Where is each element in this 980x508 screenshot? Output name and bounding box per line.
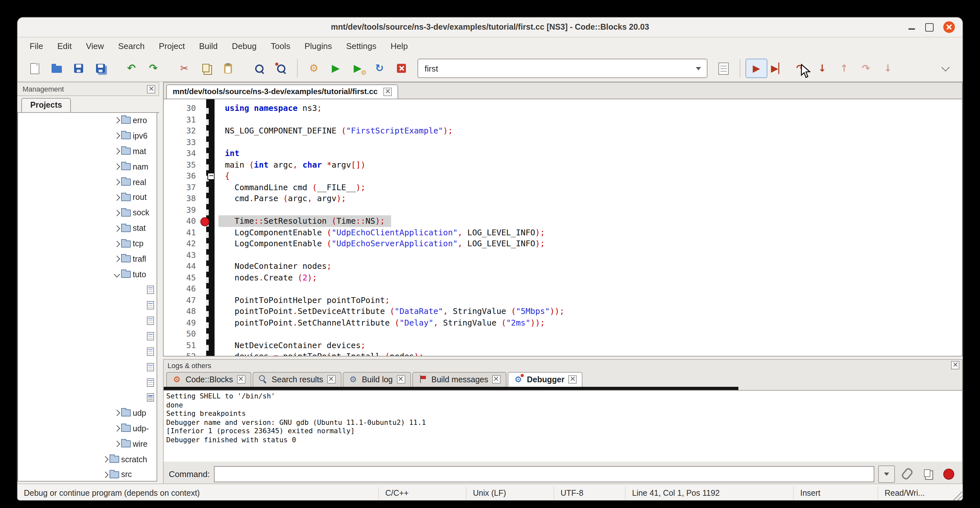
menu-item-plugins[interactable]: Plugins [298,37,339,56]
project-tree[interactable]: erroipv6matnamrealroutsockstattcptrafltu… [18,113,157,482]
code-line[interactable]: 49 pointToPoint.SetChannelAttribute ("De… [164,317,962,328]
tree-item-fif[interactable]: fif [18,282,157,298]
breakpoint-margin[interactable] [200,136,210,148]
find-button[interactable] [248,59,270,78]
management-close-icon[interactable] [147,85,155,93]
code-area[interactable]: 30using namespace ns3;3132NS_LOG_COMPONE… [164,99,962,357]
code-line[interactable]: 48 pointToPoint.SetDeviceAttribute ("Dat… [164,306,962,317]
run-button[interactable]: ▶ [325,59,347,78]
tree-item-th[interactable]: th [18,390,157,406]
code-line[interactable]: 40 Time::SetResolution (Time::NS); [164,215,962,226]
command-input[interactable] [213,466,874,482]
command-history-dropdown-button[interactable] [878,465,895,483]
stop-button[interactable] [940,466,957,482]
tab-projects[interactable]: Projects [21,98,71,112]
tab-close-icon[interactable] [237,375,245,384]
tab-close-icon[interactable] [327,375,336,384]
debug-continue-button[interactable]: ▶ [746,59,767,78]
breakpoint-margin[interactable] [200,249,210,260]
breakpoint-margin[interactable] [200,351,210,357]
copy-button[interactable] [195,59,217,78]
breakpoint-margin[interactable] [200,328,210,339]
code-line[interactable]: 32NS_LOG_COMPONENT_DEFINE ("FirstScriptE… [164,125,962,136]
breakpoint-margin[interactable] [200,283,210,294]
menu-item-search[interactable]: Search [111,37,152,56]
breakpoint-margin[interactable] [200,148,210,159]
code-line[interactable]: 46 [164,283,962,294]
logs-tab-debugger[interactable]: ⚙Debugger [508,372,583,387]
breakpoint-margin[interactable] [200,193,210,204]
rebuild-button[interactable]: ↻ [369,59,390,78]
tree-item-tuto[interactable]: tuto [18,267,157,282]
chevron-right-icon[interactable] [112,427,121,431]
build-target-button[interactable] [713,59,735,78]
tree-item-sock[interactable]: sock [18,205,157,221]
tree-item-udp[interactable]: udp [18,406,157,421]
tree-item-wire[interactable]: wire [18,436,157,452]
cut-button[interactable]: ✂ [173,59,195,78]
build-and-run-button[interactable]: ▶⚙ [347,59,369,78]
titlebar[interactable]: mnt/dev/tools/source/ns-3-dev/examples/t… [18,18,963,37]
menu-item-settings[interactable]: Settings [339,37,383,56]
menu-item-view[interactable]: View [79,37,111,56]
build-button[interactable]: ⚙ [303,59,325,78]
code-line[interactable]: 34int [164,148,962,159]
code-line[interactable]: 42 LogComponentEnable ("UdpEchoServerApp… [164,238,962,249]
tab-close-icon[interactable] [568,375,577,384]
combo-dropdown-button[interactable] [690,59,707,77]
breakpoint-margin[interactable] [200,215,210,226]
chevron-right-icon[interactable] [112,241,121,246]
menu-item-file[interactable]: File [22,37,50,56]
redo-button[interactable]: ↷ [142,59,164,78]
breakpoint-marker[interactable] [200,217,209,226]
menu-item-build[interactable]: Build [192,37,225,56]
breakpoint-margin[interactable] [200,260,210,272]
tree-item-real[interactable]: real [18,174,157,190]
tree-item-se[interactable]: se [18,359,157,375]
build-target-combo[interactable]: first [417,59,708,78]
paste-button[interactable] [217,59,239,78]
chevron-right-icon[interactable] [112,164,121,169]
editor-tab[interactable]: mnt/dev/tools/source/ns-3-dev/examples/t… [166,84,398,99]
code-line[interactable]: 45 nodes.Create (2); [164,272,962,283]
code-line[interactable]: 51 NetDeviceContainer devices; [164,339,962,351]
chevron-right-icon[interactable] [112,211,121,215]
tree-item-ipv6[interactable]: ipv6 [18,128,157,144]
tree-item-nam[interactable]: nam [18,159,157,174]
close-icon[interactable] [943,21,955,33]
code-line[interactable]: 47 PointToPointHelper pointToPoint; [164,294,962,306]
code-editor[interactable]: 30using namespace ns3;3132NS_LOG_COMPONE… [163,99,963,357]
editor-tab-close-icon[interactable] [383,88,392,96]
tree-item-src[interactable]: src [18,467,157,482]
chevron-right-icon[interactable] [100,457,110,462]
menu-item-help[interactable]: Help [383,37,415,56]
code-line[interactable]: 41 LogComponentEnable ("UdpEchoClientApp… [164,226,962,238]
tree-item-fo[interactable]: fo [18,313,157,328]
breakpoint-margin[interactable] [200,102,210,114]
code-line[interactable]: 35main (int argc, char *argv[]) [164,159,962,170]
save-all-button[interactable] [89,59,111,78]
chevron-right-icon[interactable] [112,149,121,153]
code-line[interactable]: 33 [164,136,962,148]
chevron-right-icon[interactable] [112,180,121,185]
breakpoint-margin[interactable] [200,182,210,193]
tab-close-icon[interactable] [492,375,501,384]
chevron-right-icon[interactable] [112,195,121,200]
breakpoint-margin[interactable] [200,114,210,125]
chevron-right-icon[interactable] [112,257,121,261]
tree-item-rout[interactable]: rout [18,190,157,205]
breakpoint-margin[interactable] [200,226,210,238]
attach-button[interactable] [899,466,916,482]
maximize-icon[interactable] [925,23,934,31]
save-button[interactable] [68,59,89,78]
tree-item-scratch[interactable]: scratch [18,452,157,467]
chevron-right-icon[interactable] [100,473,110,477]
step-into-instruction-button[interactable]: ↓ [877,59,899,78]
code-line[interactable]: 43 [164,249,962,260]
code-line[interactable]: 39 [164,204,962,215]
breakpoint-margin[interactable] [200,125,210,136]
code-line[interactable]: 38 cmd.Parse (argc, argv); [164,193,962,204]
tree-item-udp[interactable]: udp- [18,421,157,436]
chevron-right-icon[interactable] [112,226,121,231]
open-file-button[interactable] [46,59,68,78]
